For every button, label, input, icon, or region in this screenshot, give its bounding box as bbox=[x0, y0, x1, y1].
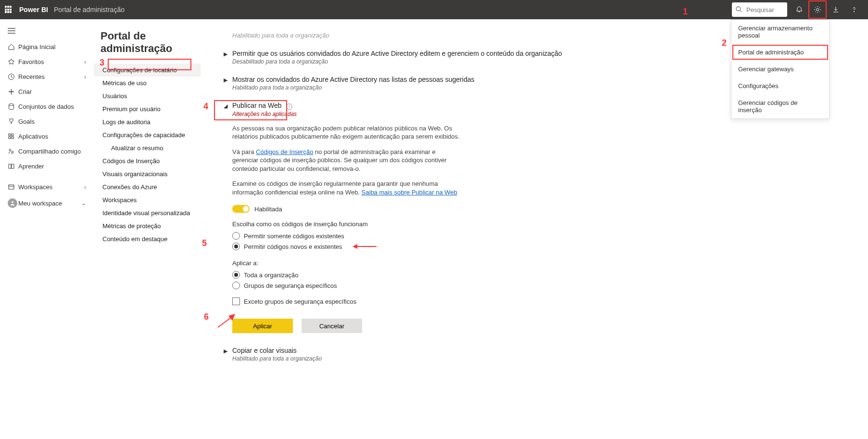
sub-premium-per-user[interactable]: Premium por usuário bbox=[94, 103, 201, 116]
radio-label: Grupos de segurança específicos bbox=[244, 282, 337, 289]
nav-recent[interactable]: Recentes› bbox=[0, 69, 94, 84]
breadcrumb: Portal de administração bbox=[54, 6, 125, 13]
settings-dropdown: Gerenciar armazenamento pessoal Portal d… bbox=[731, 19, 830, 119]
svg-marker-20 bbox=[228, 314, 235, 321]
app-launcher-icon[interactable] bbox=[5, 6, 13, 13]
star-icon bbox=[8, 58, 15, 65]
chevron-right-icon: › bbox=[84, 74, 86, 80]
page-title: Portal de administração bbox=[94, 30, 201, 55]
download-icon[interactable] bbox=[827, 0, 845, 19]
radio-label: Permitir códigos novos e existentes bbox=[244, 243, 342, 250]
brand-label: Power BI bbox=[19, 6, 48, 13]
nav-datasets-label: Conjuntos de dados bbox=[18, 103, 86, 110]
sub-usage-metrics[interactable]: Métricas de uso bbox=[94, 77, 201, 90]
learn-more-link[interactable]: Saiba mais sobre Publicar na Web bbox=[362, 189, 457, 196]
nav-favorites[interactable]: Favoritos› bbox=[0, 54, 94, 69]
sub-users[interactable]: Usuários bbox=[94, 90, 201, 103]
svg-rect-9 bbox=[9, 134, 11, 136]
sub-branding[interactable]: Identidade visual personalizada bbox=[94, 207, 201, 220]
info-icon[interactable]: i bbox=[286, 103, 292, 110]
sub-tenant-settings[interactable]: Configurações de locatário bbox=[94, 64, 201, 77]
topbar: Power BI Portal de administração bbox=[0, 0, 868, 19]
home-icon bbox=[8, 43, 15, 51]
help-icon[interactable] bbox=[845, 0, 863, 19]
radio-existing-only[interactable]: Permitir somente códigos existentes bbox=[232, 231, 849, 241]
hamburger-icon[interactable] bbox=[0, 26, 94, 39]
admin-subnav: Portal de administração Configurações de… bbox=[94, 19, 204, 392]
nav-workspaces[interactable]: Workspaces› bbox=[0, 180, 94, 194]
clock-icon bbox=[8, 73, 15, 80]
except-label: Exceto grupos de segurança específicos bbox=[244, 298, 356, 305]
chevron-right-icon: › bbox=[84, 59, 86, 65]
nav-my-workspace[interactable]: Meu workspace⌄ bbox=[0, 194, 94, 212]
radio-new-and-existing[interactable]: Permitir códigos novos e existentes bbox=[232, 241, 849, 252]
nav-myws-label: Meu workspace bbox=[18, 200, 81, 207]
annotation-arrow-6 bbox=[214, 314, 238, 328]
nav-create[interactable]: Criar bbox=[0, 84, 94, 99]
settings-gear-icon[interactable] bbox=[808, 0, 827, 19]
svg-line-1 bbox=[740, 11, 742, 13]
radio-whole-org[interactable]: Toda a organização bbox=[232, 270, 849, 280]
svg-rect-12 bbox=[12, 137, 13, 139]
sub-workspaces[interactable]: Workspaces bbox=[94, 194, 201, 207]
section-subtitle: Habilitado para toda a organização bbox=[232, 84, 474, 91]
sub-embed-codes[interactable]: Códigos de Inserção bbox=[94, 155, 201, 168]
dd-settings[interactable]: Configurações bbox=[731, 77, 829, 94]
toggle-label: Habilitada bbox=[254, 206, 282, 213]
cancel-button[interactable]: Cancelar bbox=[302, 319, 362, 333]
dd-manage-embed[interactable]: Gerenciar códigos de inserção bbox=[731, 94, 829, 118]
publish-desc-3: Examine os códigos de inserção regularme… bbox=[232, 180, 463, 196]
apply-button[interactable]: Aplicar bbox=[232, 319, 293, 333]
dd-admin-portal[interactable]: Portal de administração bbox=[731, 44, 829, 61]
sub-protection-metrics[interactable]: Métricas de proteção bbox=[94, 220, 201, 232]
publish-desc-1: As pessoas na sua organização podem publ… bbox=[232, 124, 463, 141]
collapse-icon: ▶ bbox=[224, 348, 228, 354]
except-checkbox-row[interactable]: Exceto grupos de segurança específicos bbox=[232, 297, 849, 305]
sub-azure-conn[interactable]: Conexões do Azure bbox=[94, 181, 201, 194]
embed-heading: Escolha como os códigos de inserção func… bbox=[232, 220, 849, 228]
search-box[interactable] bbox=[732, 2, 787, 17]
nav-learn[interactable]: Aprender bbox=[0, 159, 94, 174]
datasets-icon bbox=[8, 103, 15, 110]
annotation-arrow-5 bbox=[352, 243, 377, 250]
collapse-icon: ▶ bbox=[224, 77, 228, 83]
workspaces-icon bbox=[8, 183, 15, 191]
sub-refresh-summary[interactable]: Atualizar o resumo bbox=[94, 142, 201, 155]
avatar-icon bbox=[8, 198, 17, 208]
nav-goals[interactable]: Goals bbox=[0, 114, 94, 129]
nav-home[interactable]: Página Inicial bbox=[0, 39, 94, 54]
nav-datasets[interactable]: Conjuntos de dados bbox=[0, 99, 94, 114]
plus-icon bbox=[8, 88, 15, 95]
annotation-1: 1 bbox=[683, 7, 688, 17]
nav-shared-label: Compartilhado comigo bbox=[18, 148, 86, 155]
radio-icon bbox=[232, 282, 240, 289]
nav-shared[interactable]: Compartilhado comigo bbox=[0, 144, 94, 159]
svg-point-8 bbox=[9, 104, 14, 106]
sub-audit-logs[interactable]: Logs de auditoria bbox=[94, 116, 201, 129]
sub-org-visuals[interactable]: Visuais organizacionais bbox=[94, 168, 201, 181]
nav-favorites-label: Favoritos bbox=[18, 58, 84, 65]
section-copy-visuals[interactable]: ▶ Copiar e colar visuais Habilitado para… bbox=[224, 347, 849, 362]
dd-manage-gateways[interactable]: Gerenciar gateways bbox=[731, 61, 829, 77]
embed-codes-link[interactable]: Códigos de Inserção bbox=[256, 148, 313, 155]
nav-learn-label: Aprender bbox=[18, 163, 86, 170]
svg-point-13 bbox=[9, 149, 11, 151]
nav-apps[interactable]: Aplicativos bbox=[0, 129, 94, 144]
chevron-right-icon: › bbox=[84, 184, 86, 191]
sub-featured[interactable]: Conteúdo em destaque bbox=[94, 232, 201, 245]
radio-specific-groups[interactable]: Grupos de segurança específicos bbox=[232, 280, 849, 291]
publish-desc-2: Vá para Códigos de Inserção no portal de… bbox=[232, 148, 463, 173]
sub-capacity[interactable]: Configurações de capacidade bbox=[94, 129, 201, 142]
annotation-3: 3 bbox=[100, 58, 104, 68]
publish-title-text: Publicar na Web bbox=[232, 102, 281, 109]
dd-manage-storage[interactable]: Gerenciar armazenamento pessoal bbox=[731, 20, 829, 44]
section-title: Permitir que os usuários convidados do A… bbox=[232, 50, 562, 57]
shared-icon bbox=[8, 148, 15, 155]
svg-point-0 bbox=[736, 7, 741, 11]
enabled-toggle[interactable] bbox=[232, 205, 250, 213]
checkbox-icon bbox=[232, 297, 240, 305]
nav-home-label: Página Inicial bbox=[18, 43, 86, 51]
svg-point-3 bbox=[854, 11, 854, 12]
notifications-icon[interactable] bbox=[790, 0, 808, 19]
search-input[interactable] bbox=[745, 6, 779, 14]
